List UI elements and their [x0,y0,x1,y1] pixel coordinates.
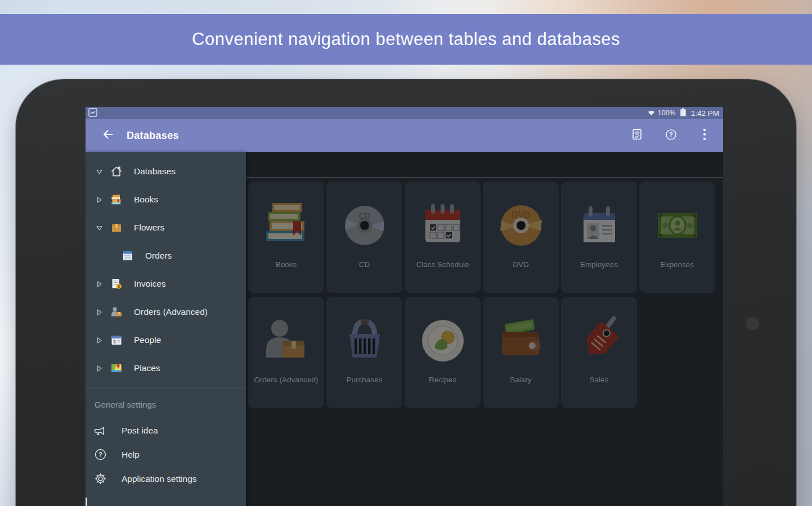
expanded-arrow-icon[interactable] [92,224,106,232]
tree-item-label: Books [134,195,158,205]
tag-tile-icon [572,314,626,368]
tile-label: DVD [510,260,531,269]
expanded-arrow-icon[interactable] [92,168,106,176]
money-tile-icon [651,198,705,252]
box-icon [109,220,124,235]
tree-item-flowers[interactable]: Flowers [86,214,246,242]
table-tile-books[interactable]: Books [248,182,324,293]
collapsed-arrow-icon[interactable] [92,196,106,204]
battery-icon [678,107,688,119]
settings-item-label: Post idea [122,426,158,436]
table-tile-cd[interactable]: CDCD [326,182,402,293]
promo-banner: Convenient navigation between tables and… [0,14,812,65]
settings-item-application-settings[interactable]: Application settings [86,467,246,491]
svg-text:?: ? [98,451,102,458]
table-tile-sales[interactable]: Sales [561,297,637,408]
invoice-icon: $ [109,277,124,291]
help-icon: ? [92,447,108,463]
settings-item-help[interactable]: ?Help [86,442,246,467]
contact-card-icon [109,333,124,347]
tablet-screen: 100% 1:42 PM Databases [86,107,723,506]
table-tile-class-schedule[interactable]: Class Schedule [405,182,481,293]
battery-percent: 100% [658,109,676,117]
tree-item-label: Databases [134,166,176,177]
general-settings-header: General settings [95,399,246,410]
overflow-menu-button[interactable] [693,124,716,147]
tree-item-places[interactable]: Places [86,354,246,382]
person-box-tile-icon [259,314,313,368]
svg-text:$: $ [118,284,120,289]
table-tile-dvd[interactable]: DVDDVD [483,182,559,293]
notification-icon [88,108,97,119]
database-tree: DatabasesBooksFlowersOrders$InvoicesOrde… [86,152,246,382]
tree-item-orders-advanced[interactable]: Orders (Advanced) [86,298,246,326]
settings-item-label: Application settings [122,474,197,484]
page-title: Databases [127,130,179,142]
person-box-icon [109,305,124,319]
help-button[interactable]: ? [660,124,682,147]
tile-label: Sales [587,376,611,385]
overflow-dots-icon [703,128,706,143]
back-arrow-icon [101,128,115,143]
tree-item-label: Orders (Advanced) [134,307,208,317]
drawer-scrollbar[interactable] [86,498,87,506]
books-icon [109,192,124,207]
table-tile-salary[interactable]: Salary [483,297,559,408]
app-bar: Databases ? [86,119,723,152]
collapsed-arrow-icon[interactable] [92,364,106,373]
navigation-drawer: DatabasesBooksFlowersOrders$InvoicesOrde… [86,152,246,506]
table-tile-orders-advanced[interactable]: Orders (Advanced) [248,297,324,408]
tree-item-label: People [134,335,161,345]
help-circle-icon: ? [665,128,678,143]
promo-banner-title: Convenient navigation between tables and… [192,29,620,49]
gear-icon [92,471,108,487]
wallet-tile-icon [494,314,548,368]
settings-list: Post idea?HelpApplication settings [86,418,246,491]
settings-item-label: Help [122,450,140,460]
calendar-tile-icon [416,198,470,252]
dvd-tile-icon: DVD [494,198,548,252]
tile-label: CD [357,260,373,269]
tablet-camera [745,316,760,331]
collapsed-arrow-icon[interactable] [92,336,106,345]
basket-tile-icon [338,314,392,368]
tile-label: Recipes [427,376,459,385]
settings-item-post-idea[interactable]: Post idea [86,418,246,442]
tree-item-label: Flowers [134,223,164,233]
badge-tile-icon [572,198,626,252]
tablet-frame: 100% 1:42 PM Databases [16,79,796,506]
tree-item-orders[interactable]: Orders [86,242,246,270]
tree-item-label: Invoices [134,279,166,289]
tree-item-books[interactable]: Books [86,186,246,214]
home-icon [109,164,124,179]
screenshot-stage: Convenient navigation between tables and… [0,0,812,506]
wifi-icon [647,109,656,118]
tile-label: Purchases [344,376,385,385]
tree-item-databases[interactable]: Databases [86,157,246,186]
svg-text:?: ? [669,131,672,138]
table-tile-expenses[interactable]: Expenses [639,182,715,293]
collapsed-arrow-icon[interactable] [92,308,106,317]
drawer-divider [86,388,246,389]
collapsed-arrow-icon[interactable] [92,280,106,288]
tree-item-people[interactable]: People [86,326,246,354]
database-card-icon [631,128,643,143]
table-tile-employees[interactable]: Employees [561,182,637,293]
tile-label: Orders (Advanced) [252,376,320,385]
tree-item-label: Places [134,363,160,373]
content-area: BooksCDCDClass ScheduleDVDDVDEmployeesEx… [246,152,723,506]
books-tile-icon [259,198,313,252]
tile-label: Class Schedule [414,260,472,269]
table-tile-purchases[interactable]: Purchases [326,297,402,408]
tile-label: Employees [578,260,620,269]
table-tile-recipes[interactable]: Recipes [405,297,481,408]
tile-label: Books [273,260,299,269]
table-icon [120,249,135,263]
select-view-button[interactable] [626,124,648,147]
status-bar: 100% 1:42 PM [86,107,723,119]
clock-label: 1:42 PM [691,109,719,118]
back-button[interactable] [95,122,122,149]
tile-label: Salary [508,376,533,385]
table-tile-grid: BooksCDCDClass ScheduleDVDDVDEmployeesEx… [246,178,723,408]
tree-item-invoices[interactable]: $Invoices [86,270,246,298]
